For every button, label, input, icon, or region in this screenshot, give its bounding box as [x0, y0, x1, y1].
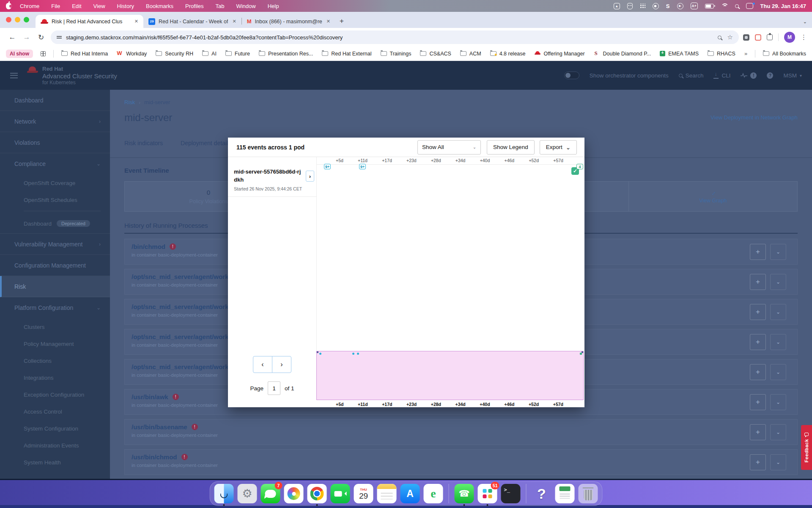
dock-appstore[interactable]: [401, 484, 420, 503]
sidebar-sub-item[interactable]: System Configuration: [0, 420, 110, 437]
close-tab-icon[interactable]: ✕: [326, 19, 331, 24]
dock-notes[interactable]: [377, 484, 397, 503]
bookmark-item[interactable]: Workday: [117, 51, 147, 57]
show-legend-button[interactable]: Show Legend: [487, 140, 535, 155]
bookmark-item[interactable]: Security RH: [156, 51, 193, 57]
page-number-input[interactable]: [268, 381, 280, 395]
sidebar-item-risk[interactable]: Risk: [0, 276, 110, 297]
feedback-button[interactable]: Feedback: [801, 425, 812, 470]
profile-avatar[interactable]: M: [784, 32, 795, 43]
tab-risk-indicators[interactable]: Risk indicators: [124, 140, 163, 146]
success-event-group[interactable]: 4: [571, 167, 579, 175]
dock-chrome[interactable]: [307, 484, 327, 503]
menu-item[interactable]: Tab: [215, 3, 224, 9]
menu-item[interactable]: File: [51, 3, 60, 9]
tab-search-icon[interactable]: ⌄: [803, 19, 807, 25]
maximize-window-button[interactable]: [24, 17, 29, 22]
close-tab-icon[interactable]: ✕: [231, 19, 237, 24]
user-menu[interactable]: MSM▾: [783, 72, 802, 79]
expand-row-button[interactable]: ⌄: [770, 394, 786, 410]
export-button[interactable]: Export⌄: [540, 140, 577, 155]
assistant-icon[interactable]: [627, 3, 633, 9]
keypad-icon[interactable]: [640, 3, 645, 9]
view-graph-button[interactable]: ↔ View Graph: [628, 182, 797, 211]
play-circle-icon[interactable]: ▶: [677, 3, 683, 9]
grammarly-icon[interactable]: A+: [691, 3, 698, 9]
reload-button[interactable]: ↻: [34, 33, 48, 42]
sidebar-item-dashboard[interactable]: Dashboard: [0, 90, 110, 111]
bookmarks-overflow-button[interactable]: »: [744, 50, 747, 57]
menu-bar-clock[interactable]: Thu 29. Jan 16:47: [760, 3, 806, 9]
bookmark-item[interactable]: 4.8 release: [490, 51, 526, 57]
cli-download-button[interactable]: CLI: [713, 72, 730, 79]
apple-menu-icon[interactable]: [6, 3, 11, 9]
tab-deployment-details[interactable]: Deployment details: [181, 140, 231, 146]
close-tab-icon[interactable]: ✕: [134, 19, 139, 24]
dock-terminal[interactable]: [501, 484, 521, 503]
nav-toggle-icon[interactable]: [10, 73, 18, 78]
zoom-page-icon[interactable]: [718, 33, 721, 41]
bookmark-item[interactable]: Future: [225, 51, 250, 57]
spotlight-icon[interactable]: [735, 3, 739, 9]
sidebar-sub-item[interactable]: Integrations: [0, 369, 110, 386]
add-to-baseline-button[interactable]: +: [750, 334, 766, 350]
menu-item[interactable]: View: [93, 3, 105, 9]
add-to-baseline-button[interactable]: +: [750, 364, 766, 380]
help-circle-icon[interactable]: ?: [767, 72, 773, 79]
sidebar-sub-item[interactable]: Collections: [0, 352, 110, 369]
sidebar-item-compliance[interactable]: Compliance⌄: [0, 153, 110, 174]
tab-calendar[interactable]: 29 Red Hat - Calendar - Week of ✕: [143, 15, 241, 28]
add-to-baseline-button[interactable]: +: [750, 304, 766, 320]
expand-pod-button[interactable]: ›: [306, 171, 314, 182]
apps-grid-icon[interactable]: [41, 51, 46, 56]
expand-row-button[interactable]: ⌄: [770, 334, 786, 350]
bookmark-item[interactable]: Red Hat Interna: [61, 51, 108, 57]
add-to-baseline-button[interactable]: +: [750, 274, 766, 290]
forward-button[interactable]: →: [19, 33, 34, 41]
bookmark-item[interactable]: Red Hat External: [322, 51, 371, 57]
sidebar-sub-item[interactable]: System Health: [0, 454, 110, 471]
dock-messages[interactable]: 7: [261, 484, 280, 503]
menu-item[interactable]: History: [117, 3, 134, 9]
privacy-lock-icon[interactable]: [653, 3, 659, 9]
sidebar-item-vulnerability-management[interactable]: Vulnerability Management›: [0, 234, 110, 255]
bookmark-ai-show[interactable]: AI show: [6, 50, 33, 58]
previous-page-button[interactable]: [253, 356, 272, 373]
dock-trash[interactable]: [579, 484, 598, 503]
add-to-baseline-button[interactable]: +: [750, 454, 766, 470]
dock-slack[interactable]: 51: [478, 484, 497, 503]
bookmark-item[interactable]: Double Diamond P...: [594, 51, 651, 57]
extension-icon[interactable]: [743, 34, 749, 41]
site-settings-icon[interactable]: [57, 35, 62, 39]
close-window-button[interactable]: [6, 17, 11, 22]
view-deployment-link[interactable]: View Deployment in Network Graph: [710, 114, 798, 121]
dock-help[interactable]: ?: [532, 484, 551, 503]
tab-risk-active[interactable]: Risk | Red Hat Advanced Clus ✕: [36, 15, 143, 28]
bookmark-star-icon[interactable]: ☆: [727, 33, 733, 41]
extension-icon[interactable]: [755, 34, 761, 41]
breadcrumb-risk-link[interactable]: Risk: [124, 99, 135, 105]
sidebar-sub-item[interactable]: Clusters: [0, 318, 110, 335]
slack-menu-icon[interactable]: S: [666, 3, 670, 9]
fast-user-switch-icon[interactable]: [746, 3, 753, 9]
expand-row-button[interactable]: ⌄: [770, 454, 786, 470]
sidebar-item-dashboard-deprecated[interactable]: Dashboard Deprecated: [0, 214, 110, 233]
bookmark-item[interactable]: Offering Manager: [535, 51, 585, 57]
menu-item[interactable]: Window: [236, 3, 255, 9]
expand-row-button[interactable]: ⌄: [770, 304, 786, 320]
bookmark-item[interactable]: RHACS: [708, 51, 735, 57]
address-bar[interactable]: staging.demo.stackrox.com/main/risk/f65f…: [51, 30, 739, 44]
process-row[interactable]: /usr/bin/basename in container basic-dep…: [124, 419, 798, 445]
add-to-baseline-button[interactable]: +: [750, 424, 766, 440]
menu-item[interactable]: Help: [268, 3, 279, 9]
tab-inbox[interactable]: M Inbox (866) - masimonm@re ✕: [242, 15, 335, 28]
sidebar-sub-item[interactable]: Exception Configuration: [0, 386, 110, 403]
sidebar-sub-item[interactable]: Policy Management: [0, 335, 110, 352]
expand-row-button[interactable]: ⌄: [770, 244, 786, 260]
extensions-puzzle-icon[interactable]: [767, 34, 773, 40]
battery-icon[interactable]: [705, 4, 714, 8]
expand-row-button[interactable]: ⌄: [770, 424, 786, 440]
new-tab-button[interactable]: +: [340, 17, 344, 25]
bookmark-item[interactable]: Presentation Res...: [259, 51, 313, 57]
next-page-button[interactable]: [272, 356, 291, 373]
